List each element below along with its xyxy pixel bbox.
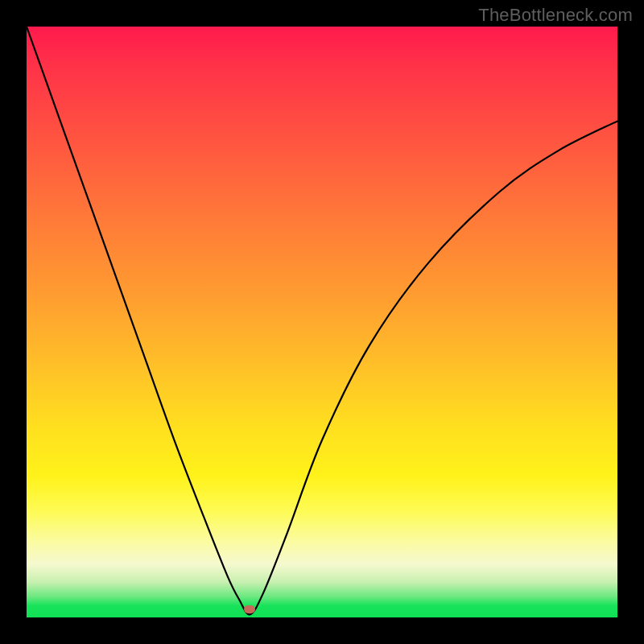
bottleneck-curve: [27, 27, 617, 617]
chart-frame: TheBottleneck.com: [0, 0, 644, 644]
curve-path: [27, 27, 617, 614]
watermark-text: TheBottleneck.com: [478, 5, 633, 26]
plot-area: [27, 27, 617, 617]
minimum-marker: [244, 605, 255, 613]
